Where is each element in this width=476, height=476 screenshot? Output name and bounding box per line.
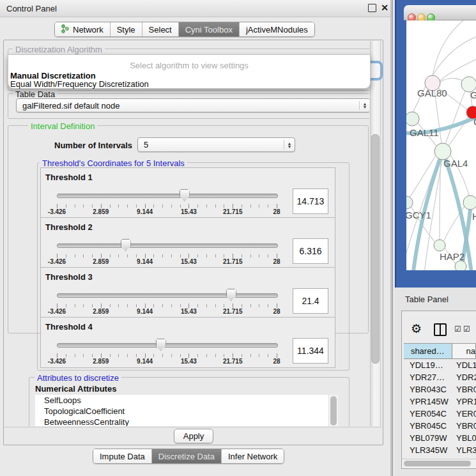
attributes-group-label: Attributes to discretize xyxy=(35,373,121,383)
tab-jactivemnodules[interactable]: jActiveMNodules xyxy=(240,22,314,36)
tick-mark xyxy=(57,204,58,208)
table-cell-shared-name[interactable]: YBR045C xyxy=(404,421,453,431)
panel-scrollbar-thumb[interactable] xyxy=(371,134,380,364)
gear-icon[interactable]: ⚙ xyxy=(411,321,422,336)
table-hscrollbar-track[interactable] xyxy=(402,459,476,468)
tab-network[interactable]: Network xyxy=(55,22,111,36)
slider-thumb[interactable] xyxy=(226,289,236,301)
column-header-name[interactable]: na xyxy=(452,344,476,359)
tick-mark xyxy=(206,354,207,357)
tick-mark xyxy=(101,204,102,208)
tab-infer-network[interactable]: Infer Network xyxy=(222,449,284,463)
tick-mark xyxy=(83,304,84,307)
table-cell-name[interactable]: YBR0 xyxy=(453,421,476,431)
columns-icon[interactable] xyxy=(434,323,447,336)
table-row[interactable]: YER054CYER0 xyxy=(404,408,476,420)
table-cell-shared-name[interactable]: YDR27… xyxy=(404,372,453,382)
slider-thumb[interactable] xyxy=(156,339,166,351)
float-window-icon[interactable] xyxy=(368,4,376,12)
table-cell-name[interactable]: YPR1 xyxy=(453,397,476,406)
checkbox-icon[interactable]: ☑ xyxy=(463,325,470,334)
network-node[interactable] xyxy=(463,196,476,210)
network-node[interactable] xyxy=(434,240,445,251)
tick-mark xyxy=(136,354,137,357)
tick-label: 28 xyxy=(261,208,292,215)
algorithm-option-equal-width-frequency[interactable]: Equal Width/Frequency Discretization xyxy=(10,79,368,89)
table-cell-shared-name[interactable]: YPR145W xyxy=(404,397,453,406)
number-of-intervals-select[interactable]: 5 ▲▼ xyxy=(137,137,295,152)
tab-style[interactable]: Style xyxy=(111,22,142,36)
network-window-titlebar xyxy=(404,5,476,20)
slider-track[interactable] xyxy=(57,194,278,198)
tab-discretize-data[interactable]: Discretize Data xyxy=(152,449,222,463)
tick-mark xyxy=(145,204,146,208)
table-cell-shared-name[interactable]: YLR345W xyxy=(404,445,453,455)
table-cell-name[interactable]: YDR2 xyxy=(453,372,476,382)
tick-mark xyxy=(259,254,259,257)
column-header-shared-name[interactable]: shared… xyxy=(404,344,452,359)
tick-mark xyxy=(242,204,242,208)
numerical-attributes-list[interactable]: SelfLoopsTopologicalCoefficientBetweenne… xyxy=(35,395,328,426)
apply-button[interactable]: Apply xyxy=(174,429,213,443)
threshold-value-field[interactable]: 11.344 xyxy=(293,338,328,364)
table-data-selected-value: galFiltered.sif default node xyxy=(17,101,359,111)
table-data-select[interactable]: galFiltered.sif default node ▲▼ xyxy=(16,98,369,112)
table-row[interactable]: YBR045CYBR0 xyxy=(404,420,476,432)
tab-impute-data[interactable]: Impute Data xyxy=(93,449,152,463)
network-node[interactable] xyxy=(406,112,419,126)
tick-mark xyxy=(277,353,277,358)
table-cell-shared-name[interactable]: YBL079W xyxy=(404,433,453,443)
table-row[interactable]: YPR145WYPR1 xyxy=(404,395,476,408)
table-cell-shared-name[interactable]: YBR043C xyxy=(404,385,453,394)
table-cell-shared-name[interactable]: YDL19… xyxy=(404,360,453,370)
tick-label: 15.43 xyxy=(173,358,204,365)
checkbox-icon[interactable]: ☑ xyxy=(454,325,461,334)
window-divider[interactable] xyxy=(390,0,393,476)
tab-infer-network-label: Infer Network xyxy=(228,452,277,461)
table-row[interactable]: YDR27…YDR2 xyxy=(404,371,476,383)
tick-label: 2.859 xyxy=(86,258,116,265)
tick-mark xyxy=(224,304,224,307)
table-row[interactable]: YLR345WYLR3 xyxy=(404,444,476,456)
tab-select[interactable]: Select xyxy=(142,22,179,36)
table-hscrollbar-thumb[interactable] xyxy=(404,461,471,466)
table-cell-name[interactable]: YBR0 xyxy=(453,385,476,394)
attribute-list-item[interactable]: BetweennessCentrality xyxy=(35,417,328,426)
tick-mark xyxy=(127,304,128,307)
tick-mark xyxy=(127,354,128,357)
slider-thumb[interactable] xyxy=(180,189,190,201)
table-cell-shared-name[interactable]: YER054C xyxy=(404,409,453,418)
interval-definition-group-label: Interval Definition xyxy=(28,121,97,131)
attribute-list-item[interactable]: SelfLoops xyxy=(35,395,328,406)
attributes-scrollbar-track[interactable] xyxy=(328,395,338,426)
tick-mark xyxy=(206,304,207,307)
tick-mark xyxy=(110,304,111,307)
table-cell-name[interactable]: YBL0 xyxy=(453,433,476,443)
slider-track[interactable] xyxy=(57,293,278,298)
thresholds-group-label: Threshold's Coordinates for 5 Intervals xyxy=(40,158,187,168)
tick-mark xyxy=(250,254,251,257)
attribute-list-item[interactable]: TopologicalCoefficient xyxy=(35,406,328,417)
threshold-value-field[interactable]: 6.316 xyxy=(293,238,328,264)
panel-scrollbar-track[interactable] xyxy=(370,41,381,426)
threshold-value-field[interactable]: 21.4 xyxy=(293,288,328,314)
tick-mark xyxy=(92,304,93,307)
table-cell-name[interactable]: YER0 xyxy=(453,409,476,418)
table-row[interactable]: YDL19…YDL1 xyxy=(404,359,476,371)
threshold-value-field[interactable]: 14.713 xyxy=(293,188,328,214)
table-cell-name[interactable]: YLR3 xyxy=(453,445,476,455)
table-cell-name[interactable]: YDL1 xyxy=(453,360,476,370)
tab-cyni-toolbox[interactable]: Cyni Toolbox xyxy=(179,22,240,36)
slider-thumb[interactable] xyxy=(121,239,131,251)
attributes-scrollbar-thumb[interactable] xyxy=(330,396,337,426)
network-edge[interactable] xyxy=(433,36,476,75)
apply-button-label: Apply xyxy=(183,431,204,441)
network-node[interactable] xyxy=(455,261,466,270)
close-icon[interactable]: ✕ xyxy=(380,3,390,13)
slider-track[interactable] xyxy=(57,243,278,248)
table-row[interactable]: YBL079WYBL0 xyxy=(404,432,476,444)
tick-mark xyxy=(162,304,163,307)
slider-track[interactable] xyxy=(57,343,278,348)
table-row[interactable]: YBR043CYBR0 xyxy=(404,383,476,395)
network-canvas[interactable]: GAL80GACGAL11GAL4GCY1HHAP2 xyxy=(406,20,476,270)
